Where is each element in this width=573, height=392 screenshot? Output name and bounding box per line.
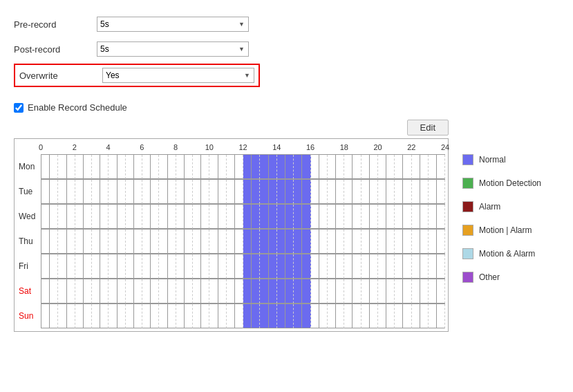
cell [353,155,361,179]
cell [403,254,411,279]
legend-label-2: Alarm [479,202,500,212]
cell [58,205,66,229]
cell [378,254,386,279]
cell [294,205,302,229]
cell [168,254,176,279]
enable-record-label: Enable Record Schedule [28,102,127,113]
cell [403,304,411,328]
enable-record-checkbox[interactable] [14,103,24,113]
cell [50,279,58,304]
cell [67,279,75,304]
legend-item-motion_detection: Motion Detection [462,178,559,189]
hour-label-14: 14 [272,143,281,151]
cell [252,230,260,254]
cell [429,279,437,304]
cell [185,230,193,254]
cell [41,155,50,179]
postrecord-label: Post-record [14,44,97,55]
cell [126,279,134,304]
cell [151,279,159,304]
cell [344,304,353,328]
cell [311,279,319,304]
cell [126,230,134,254]
cell [395,304,403,328]
cell [429,304,437,328]
schedule-area: Edit 024681012141618202224 MonTueWedThuF… [14,120,559,332]
overwrite-select[interactable]: Yes No [102,68,254,83]
cell [260,279,268,304]
cell [58,304,66,328]
cell [201,180,209,204]
form-section: Pre-record 5s 10s 20s 30s Post-record 5s… [14,14,559,91]
cell [269,205,277,229]
cell [344,230,353,254]
cell [429,180,437,204]
cell [193,155,201,179]
postrecord-select[interactable]: 5s 10s 20s 30s [97,41,249,57]
cell [118,180,126,204]
cell [75,279,84,304]
cell [218,180,227,204]
cell [412,205,420,229]
cell [142,254,151,279]
cell [395,205,403,229]
cell [84,254,92,279]
hour-label-20: 20 [373,143,382,151]
hour-label-0: 0 [39,143,43,151]
cell [75,304,84,328]
cell [151,254,159,279]
cell [159,180,167,204]
overwrite-select-wrapper: Yes No [102,68,254,83]
cell [420,155,429,179]
cell [361,205,370,229]
cell [311,180,319,204]
cell [243,230,252,254]
cell [84,155,92,179]
cell [395,180,403,204]
cell [285,205,294,229]
cell [126,155,134,179]
cell [134,230,142,254]
day-label-sun: Sun [17,311,41,321]
grid-row-thu: Thu [17,229,445,254]
cell [109,155,117,179]
cell [269,304,277,328]
cell [151,180,159,204]
cell [50,205,58,229]
cell [209,279,218,304]
cell [412,230,420,254]
cell [319,230,328,254]
cell [75,230,84,254]
cell [134,304,142,328]
legend-color-1 [462,178,473,189]
cell [185,155,193,179]
prerecord-select[interactable]: 5s 10s 20s 30s [97,17,249,32]
cell [260,304,268,328]
cell [252,279,260,304]
cell [277,155,285,179]
cell [109,254,117,279]
cell [336,279,344,304]
cell [201,230,209,254]
cell [84,230,92,254]
legend-label-1: Motion Detection [479,178,541,188]
cell [302,254,310,279]
cell [209,205,218,229]
cell [336,180,344,204]
cell [412,155,420,179]
cell [370,180,378,204]
prerecord-row: Pre-record 5s 10s 20s 30s [14,14,559,35]
legend-label-3: Motion | Alarm [479,225,532,235]
cell [193,304,201,328]
cell [159,205,167,229]
cells-sun [41,304,445,328]
cell [437,180,445,204]
edit-button[interactable]: Edit [407,120,449,136]
cell [311,205,319,229]
cell [67,254,75,279]
cell [58,279,66,304]
cell [328,304,336,328]
legend-color-0 [462,154,473,165]
cell [118,254,126,279]
cell [227,205,235,229]
